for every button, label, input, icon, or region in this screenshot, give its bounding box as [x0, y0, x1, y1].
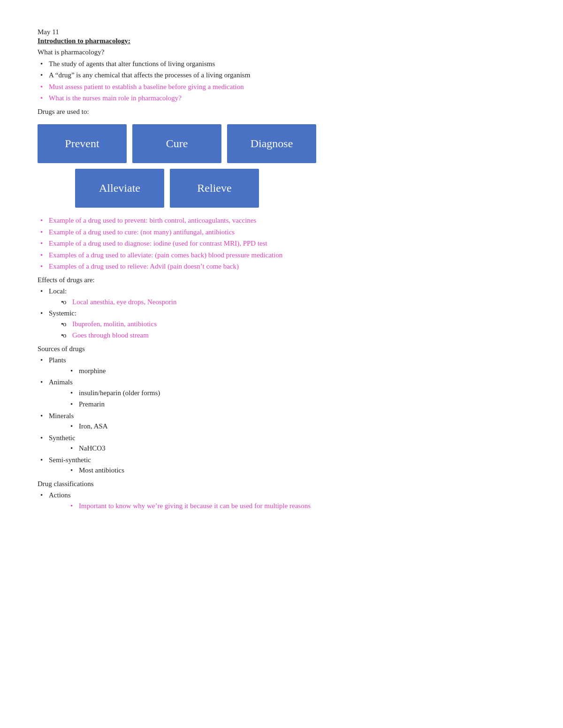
semi-synthetic-sub-1: Most antibiotics [68, 465, 525, 476]
example-diagnose: Example of a drug used to diagnose: iodi… [38, 238, 525, 249]
box-prevent: Prevent [38, 124, 127, 163]
systemic-example2-text: Goes through blood stream [72, 331, 149, 339]
box-diagnose: Diagnose [227, 124, 316, 163]
source-synthetic-name: Synthetic [49, 434, 76, 442]
drugs-used-label: Drugs are used to: [38, 106, 525, 117]
synthetic-sub: NaHCO3 [49, 443, 525, 454]
actions-sub-pink: Important to know why we’re giving it be… [68, 501, 525, 511]
systemic-example1: o Ibuprofen, molitin, antibiotics [58, 319, 525, 330]
example-relieve: Examples of a drug used to relieve: Advi… [38, 261, 525, 272]
source-synthetic: Synthetic NaHCO3 [38, 433, 525, 454]
examples-list: Example of a drug used to prevent: birth… [38, 215, 525, 272]
source-animals-name: Animals [49, 378, 73, 386]
minerals-sub-1: Iron, ASA [68, 421, 525, 432]
synthetic-sub-1: NaHCO3 [68, 443, 525, 454]
local-label: Local: [49, 287, 67, 295]
drug-class-label: Drug classifications [38, 479, 525, 489]
box-relieve: Relieve [170, 169, 259, 208]
source-semi-synthetic-name: Semi-synthetic [49, 456, 91, 464]
systemic-label: Systemic: [49, 309, 76, 317]
bullet-item-pink-2: What is the nurses main role in pharmaco… [38, 93, 525, 104]
date: May 11 [38, 28, 525, 36]
source-plants-name: Plants [49, 356, 66, 364]
source-animals: Animals insulin/heparin (older forms) Pr… [38, 377, 525, 410]
source-plants: Plants morphine [38, 355, 525, 376]
semi-synthetic-sub: Most antibiotics [49, 465, 525, 476]
systemic-example1-text: Ibuprofen, molitin, antibiotics [72, 320, 157, 328]
drug-boxes-row1: Prevent Cure Diagnose [38, 124, 525, 163]
intro-question: What is pharmacology? [38, 47, 525, 58]
sources-list: Plants morphine Animals insulin/heparin … [38, 355, 525, 476]
main-bullets: The study of agents that alter functions… [38, 59, 525, 104]
bullet-item-pink-1: Must assess patient to establish a basel… [38, 82, 525, 92]
plants-sub: morphine [49, 366, 525, 376]
sources-label: Sources of drugs [38, 344, 525, 354]
systemic-item: Systemic: o Ibuprofen, molitin, antibiot… [38, 308, 525, 341]
systemic-sub: o Ibuprofen, molitin, antibiotics o Goes… [49, 319, 525, 341]
animals-sub-1: insulin/heparin (older forms) [68, 388, 525, 398]
actions-label: Actions [49, 491, 71, 499]
box-alleviate: Alleviate [75, 169, 164, 208]
plants-sub-1: morphine [68, 366, 525, 376]
drug-boxes-row2: Alleviate Relieve [75, 169, 525, 208]
source-minerals: Minerals Iron, ASA [38, 411, 525, 432]
actions-item: Actions Important to know why we’re givi… [38, 490, 525, 511]
box-cure: Cure [132, 124, 221, 163]
example-alleviate: Examples of a drug used to alleviate: (p… [38, 250, 525, 261]
local-sub: o Local anesthia, eye drops, Neosporin [49, 297, 525, 308]
source-semi-synthetic: Semi-synthetic Most antibiotics [38, 455, 525, 476]
systemic-example2: o Goes through blood stream [58, 330, 525, 341]
drug-class-list: Actions Important to know why we’re givi… [38, 490, 525, 511]
minerals-sub: Iron, ASA [49, 421, 525, 432]
example-cure: Example of a drug used to cure: (not man… [38, 227, 525, 238]
local-example-text: Local anesthia, eye drops, Neosporin [72, 298, 176, 306]
animals-sub-2: Premarin [68, 399, 525, 410]
actions-sub: Important to know why we’re giving it be… [49, 501, 525, 511]
bullet-item-2: A “drug” is any chemical that affects th… [38, 70, 525, 81]
effects-list: Local: o Local anesthia, eye drops, Neos… [38, 286, 525, 341]
page-title: Introduction to pharmacology: [38, 37, 525, 45]
example-prevent: Example of a drug used to prevent: birth… [38, 215, 525, 226]
bullet-item-1: The study of agents that alter functions… [38, 59, 525, 69]
local-item: Local: o Local anesthia, eye drops, Neos… [38, 286, 525, 307]
local-example: o Local anesthia, eye drops, Neosporin [58, 297, 525, 308]
effects-label: Effects of drugs are: [38, 275, 525, 285]
source-minerals-name: Minerals [49, 412, 74, 420]
animals-sub: insulin/heparin (older forms) Premarin [49, 388, 525, 410]
